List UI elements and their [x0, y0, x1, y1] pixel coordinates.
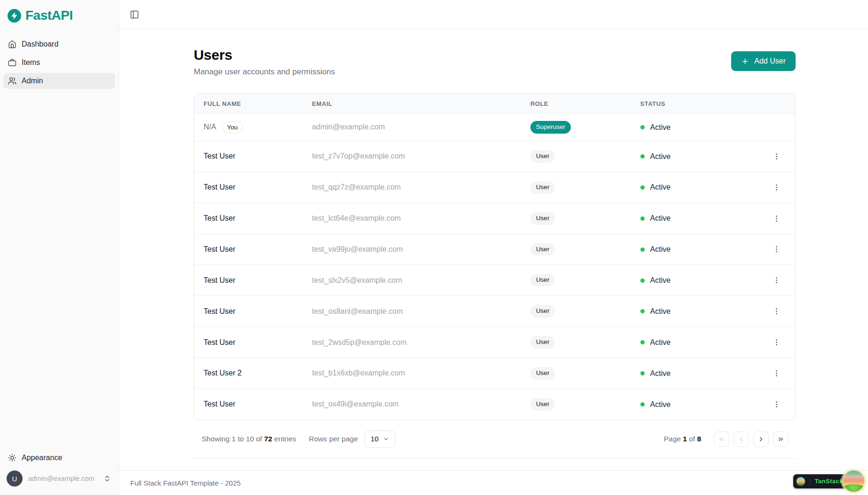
user-email-cell: test_va99jo@example.com [303, 234, 521, 265]
user-email: admin@example.com [28, 475, 98, 482]
status-badge: Active [640, 307, 671, 316]
footer-text: Full Stack FastAPI Template - 2025 [130, 479, 241, 487]
chevrons-left-icon [718, 436, 725, 443]
sidebar-toggle-button[interactable] [128, 8, 141, 21]
dots-vertical-icon [773, 276, 781, 284]
row-menu-button[interactable] [771, 182, 782, 193]
users-icon [8, 77, 16, 85]
tanstack-logo-button[interactable] [842, 470, 865, 493]
table-header-row: Full Name Email Role Status [194, 94, 795, 114]
app-root: FastAPI Dashboard Items Admin Appearance [0, 0, 868, 495]
role-badge: User [530, 398, 555, 411]
home-icon [8, 40, 16, 48]
you-badge: You [221, 121, 244, 134]
user-name: Test User 2 [204, 369, 242, 377]
table-row: Test Usertest_lct64e@example.comUserActi… [194, 203, 795, 234]
sidebar-item-label: Dashboard [22, 40, 58, 48]
chevrons-right-icon [777, 436, 784, 443]
table-row: Test Usertest_qqz7z@example.comUserActiv… [194, 172, 795, 203]
page-title: Users [194, 47, 335, 63]
role-badge: User [530, 367, 555, 380]
user-menu-trigger[interactable]: U admin@example.com [3, 466, 115, 490]
app-title: FastAPI [25, 8, 73, 23]
rows-per-page-label: Rows per page [309, 435, 358, 443]
user-email-cell: test_ox49i@example.com [303, 389, 521, 419]
previous-page-button[interactable] [734, 431, 749, 447]
page-current: 1 [683, 435, 687, 443]
users-table-body: N/AYouadmin@example.comSuperuserActiveTe… [194, 114, 795, 420]
table-row: Test Usertest_ox49i@example.comUserActiv… [194, 389, 795, 419]
status-dot-icon [640, 154, 645, 159]
user-name: Test User [204, 338, 236, 346]
add-user-button[interactable]: Add User [731, 51, 796, 71]
user-email-cell: test_os8anl@example.com [303, 296, 521, 327]
page-footer: Full Stack FastAPI Template - 2025 [119, 470, 868, 495]
user-email-cell: test_qqz7z@example.com [303, 172, 521, 203]
sidebar-nav: Dashboard Items Admin [0, 30, 118, 96]
row-menu-button[interactable] [771, 274, 782, 286]
status-dot-icon [640, 279, 645, 283]
row-menu-button[interactable] [771, 243, 782, 255]
pagination-bar: Showing 1 to 10 of 72 entries Rows per p… [194, 420, 796, 459]
user-email-cell: test_slx2v5@example.com [303, 265, 521, 296]
user-name: Test User [204, 214, 236, 222]
tanstack-devtools: TanStack [793, 470, 865, 493]
role-badge: User [530, 150, 555, 163]
dots-vertical-icon [773, 184, 781, 192]
chevron-down-icon [383, 436, 389, 442]
user-name: Test User [204, 400, 236, 408]
row-menu-button[interactable] [771, 305, 782, 317]
main-area: Users Manage user accounts and permissio… [119, 0, 868, 495]
page-indicator: Page 1 of 8 [664, 435, 701, 443]
role-badge: User [530, 336, 555, 349]
column-header-full-name: Full Name [194, 94, 303, 114]
panel-left-icon [130, 10, 139, 19]
column-header-email: Email [303, 94, 521, 114]
status-dot-icon [640, 185, 645, 190]
appearance-toggle[interactable]: Appearance [3, 450, 115, 466]
status-dot-icon [640, 125, 645, 129]
status-badge: Active [640, 338, 671, 347]
user-email-cell: test_z7v7op@example.com [303, 141, 521, 172]
user-name: Test User [204, 307, 236, 315]
chevrons-up-down-icon [103, 475, 111, 482]
rows-per-page-select[interactable]: 10 [364, 431, 395, 448]
table-row: Test Usertest_2wsd5p@example.comUserActi… [194, 327, 795, 358]
table-row: Test Usertest_va99jo@example.comUserActi… [194, 234, 795, 265]
status-badge: Active [640, 123, 671, 132]
row-menu-button[interactable] [771, 151, 782, 162]
appearance-label: Appearance [22, 454, 62, 462]
status-badge: Active [640, 245, 671, 254]
role-badge: User [530, 305, 555, 318]
chevron-left-icon [738, 436, 745, 443]
status-dot-icon [640, 371, 645, 375]
status-badge: Active [640, 369, 671, 378]
row-menu-button[interactable] [771, 399, 782, 410]
user-name: N/A [204, 123, 216, 131]
add-user-label: Add User [754, 57, 786, 65]
column-header-actions [758, 94, 795, 114]
user-name: Test User [204, 245, 236, 253]
tanstack-mini-logo-icon [796, 477, 805, 486]
table-row: N/AYouadmin@example.comSuperuserActive [194, 114, 795, 141]
column-header-status: Status [631, 94, 758, 114]
first-page-button[interactable] [714, 431, 729, 447]
row-menu-button[interactable] [771, 367, 782, 379]
status-dot-icon [640, 309, 645, 313]
user-email-cell: test_2wsd5p@example.com [303, 327, 521, 358]
sidebar-item-dashboard[interactable]: Dashboard [3, 36, 115, 52]
sidebar-item-admin[interactable]: Admin [3, 73, 115, 89]
next-page-button[interactable] [753, 431, 769, 447]
total-entries: 72 [264, 435, 272, 443]
sidebar-item-label: Items [22, 58, 40, 67]
user-name: Test User [204, 152, 236, 160]
content: Users Manage user accounts and permissio… [119, 29, 868, 470]
sidebar-item-items[interactable]: Items [3, 55, 115, 71]
row-menu-button[interactable] [771, 336, 782, 348]
last-page-button[interactable] [773, 431, 789, 447]
briefcase-icon [8, 58, 16, 67]
row-menu-button[interactable] [771, 213, 782, 224]
page-header: Users Manage user accounts and permissio… [194, 47, 796, 77]
status-badge: Active [640, 152, 671, 161]
dots-vertical-icon [773, 400, 781, 408]
